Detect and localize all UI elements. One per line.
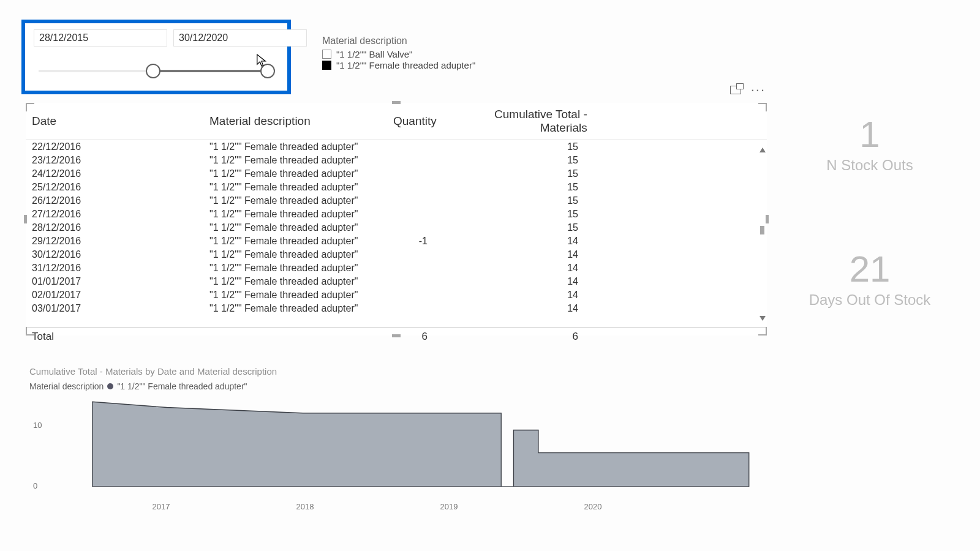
cell-date: 26/12/2016 (26, 194, 203, 208)
col-date[interactable]: Date (26, 103, 203, 140)
cell-date: 28/12/2016 (26, 221, 203, 234)
cell-material: "1 1/2"" Female threaded adupter" (203, 261, 387, 275)
cell-quantity (387, 221, 436, 234)
table-row[interactable]: 25/12/2016"1 1/2"" Female threaded adupt… (26, 181, 767, 194)
date-range-slicer[interactable] (21, 20, 291, 94)
cell-date: 23/12/2016 (26, 154, 203, 167)
table-row[interactable]: 29/12/2016"1 1/2"" Female threaded adupt… (26, 234, 767, 248)
selection-corner-icon (758, 103, 767, 111)
start-date-input[interactable] (34, 29, 167, 47)
resize-handle-icon[interactable] (392, 334, 401, 337)
cell-date: 24/12/2016 (26, 167, 203, 181)
table-row[interactable]: 03/01/2017"1 1/2"" Female threaded adupt… (26, 302, 767, 315)
table-row[interactable]: 26/12/2016"1 1/2"" Female threaded adupt… (26, 194, 767, 208)
cell-cumulative: 15 (436, 181, 589, 194)
cell-cumulative: 15 (436, 154, 589, 167)
selection-corner-icon (26, 327, 34, 335)
cell-date: 27/12/2016 (26, 208, 203, 221)
total-cumulative: 6 (436, 328, 589, 347)
cell-cumulative: 15 (436, 221, 589, 234)
cell-date: 03/01/2017 (26, 302, 203, 315)
y-axis-tick: 0 (33, 481, 37, 490)
material-filter-option[interactable]: "1 1/2"" Female threaded adupter" (322, 60, 475, 70)
legend-label: Material description (29, 381, 104, 391)
cell-material: "1 1/2"" Female threaded adupter" (203, 154, 387, 167)
cumulative-chart[interactable]: Cumulative Total - Materials by Date and… (29, 366, 761, 500)
checkbox-checked-icon[interactable] (322, 61, 331, 70)
table-row[interactable]: 28/12/2016"1 1/2"" Female threaded adupt… (26, 221, 767, 234)
slider-handle-end[interactable] (260, 64, 275, 78)
kpi-days-out[interactable]: 21 Days Out Of Stock (787, 251, 952, 309)
slider-handle-start[interactable] (146, 64, 160, 78)
table-row[interactable]: 02/01/2017"1 1/2"" Female threaded adupt… (26, 288, 767, 302)
cell-material: "1 1/2"" Female threaded adupter" (203, 167, 387, 181)
scroll-down-icon[interactable] (760, 316, 766, 322)
kpi-stock-outs[interactable]: 1 N Stock Outs (787, 116, 952, 174)
material-filter-label: "1 1/2"" Ball Valve" (336, 49, 412, 59)
selection-corner-icon (26, 103, 34, 111)
col-material[interactable]: Material description (203, 103, 387, 140)
cell-cumulative: 14 (436, 248, 589, 261)
date-slider[interactable] (34, 64, 279, 78)
table-row[interactable]: 22/12/2016"1 1/2"" Female threaded adupt… (26, 140, 767, 154)
table-row[interactable]: 27/12/2016"1 1/2"" Female threaded adupt… (26, 208, 767, 221)
table-row[interactable]: 01/01/2017"1 1/2"" Female threaded adupt… (26, 275, 767, 288)
x-axis-tick: 2020 (584, 502, 602, 511)
table-scrollbar[interactable] (760, 146, 766, 322)
cell-quantity (387, 140, 436, 154)
cell-date: 22/12/2016 (26, 140, 203, 154)
cell-cumulative: 14 (436, 234, 589, 248)
cell-date: 02/01/2017 (26, 288, 203, 302)
cell-material: "1 1/2"" Female threaded adupter" (203, 194, 387, 208)
x-axis-tick: 2017 (153, 502, 170, 511)
col-quantity[interactable]: Quantity (387, 103, 445, 140)
cell-quantity (387, 302, 436, 315)
cell-material: "1 1/2"" Female threaded adupter" (203, 302, 387, 315)
cell-date: 25/12/2016 (26, 181, 203, 194)
cell-cumulative: 14 (436, 261, 589, 275)
cell-cumulative: 14 (436, 302, 589, 315)
cell-cumulative: 15 (436, 208, 589, 221)
cell-date: 29/12/2016 (26, 234, 203, 248)
scroll-up-icon[interactable] (760, 146, 766, 152)
x-axis-tick: 2018 (296, 502, 314, 511)
col-cumulative[interactable]: Cumulative Total - Materials (445, 103, 598, 140)
cell-material: "1 1/2"" Female threaded adupter" (203, 140, 387, 154)
resize-handle-icon[interactable] (392, 101, 401, 104)
table-row[interactable]: 23/12/2016"1 1/2"" Female threaded adupt… (26, 154, 767, 167)
cell-date: 31/12/2016 (26, 261, 203, 275)
cell-quantity (387, 167, 436, 181)
focus-mode-icon[interactable] (730, 86, 741, 94)
checkbox-icon[interactable] (322, 50, 331, 59)
cell-material: "1 1/2"" Female threaded adupter" (203, 275, 387, 288)
materials-table-visual[interactable]: ··· Date Material description Quantity C… (26, 103, 767, 335)
cell-cumulative: 15 (436, 140, 589, 154)
scroll-thumb[interactable] (760, 226, 764, 234)
more-options-icon[interactable]: ··· (751, 87, 766, 93)
cell-cumulative: 14 (436, 288, 589, 302)
table-row[interactable]: 24/12/2016"1 1/2"" Female threaded adupt… (26, 167, 767, 181)
selection-corner-icon (758, 327, 767, 335)
cell-material: "1 1/2"" Female threaded adupter" (203, 221, 387, 234)
cell-cumulative: 15 (436, 194, 589, 208)
x-axis-tick: 2019 (440, 502, 458, 511)
kpi-value: 21 (787, 251, 952, 288)
cell-material: "1 1/2"" Female threaded adupter" (203, 248, 387, 261)
chart-legend: Material description "1 1/2"" Female thr… (29, 381, 761, 391)
cell-quantity (387, 288, 436, 302)
kpi-value: 1 (787, 116, 952, 153)
table-row[interactable]: 30/12/2016"1 1/2"" Female threaded adupt… (26, 248, 767, 261)
table-row[interactable]: 31/12/2016"1 1/2"" Female threaded adupt… (26, 261, 767, 275)
legend-series: "1 1/2"" Female threaded adupter" (117, 381, 247, 391)
cell-quantity (387, 194, 436, 208)
cell-date: 30/12/2016 (26, 248, 203, 261)
material-filter-option[interactable]: "1 1/2"" Ball Valve" (322, 49, 475, 59)
material-filter-label: "1 1/2"" Female threaded adupter" (336, 60, 475, 70)
cell-quantity (387, 248, 436, 261)
table-header-row: Date Material description Quantity Cumul… (26, 103, 767, 140)
end-date-input[interactable] (173, 29, 307, 47)
material-filter-title: Material description (322, 36, 475, 47)
cell-material: "1 1/2"" Female threaded adupter" (203, 234, 387, 248)
cell-quantity (387, 181, 436, 194)
cell-material: "1 1/2"" Female threaded adupter" (203, 288, 387, 302)
